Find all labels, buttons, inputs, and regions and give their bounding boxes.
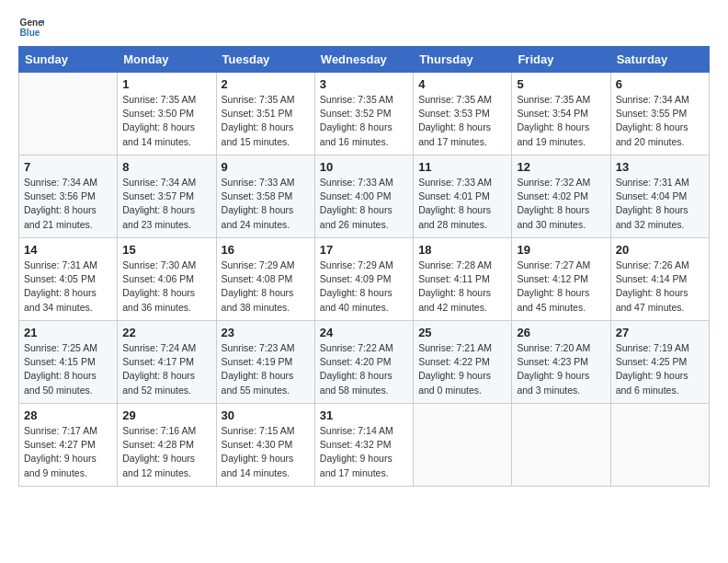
day-number: 26 bbox=[517, 326, 605, 339]
day-info: Sunrise: 7:28 AM Sunset: 4:11 PM Dayligh… bbox=[418, 259, 506, 315]
day-number: 10 bbox=[320, 160, 408, 174]
day-number: 9 bbox=[222, 160, 310, 174]
calendar-cell: 27Sunrise: 7:19 AM Sunset: 4:25 PM Dayli… bbox=[610, 321, 709, 404]
day-number: 7 bbox=[24, 160, 112, 174]
calendar-cell bbox=[610, 404, 709, 487]
day-info: Sunrise: 7:17 AM Sunset: 4:27 PM Dayligh… bbox=[24, 424, 112, 480]
day-number: 24 bbox=[320, 326, 408, 339]
day-number: 15 bbox=[122, 243, 210, 257]
header-friday: Friday bbox=[512, 47, 610, 73]
day-number: 20 bbox=[616, 243, 704, 257]
day-number: 16 bbox=[222, 243, 310, 257]
calendar-cell: 20Sunrise: 7:26 AM Sunset: 4:14 PM Dayli… bbox=[610, 238, 709, 321]
calendar-cell: 19Sunrise: 7:27 AM Sunset: 4:12 PM Dayli… bbox=[512, 238, 610, 321]
day-number: 22 bbox=[122, 326, 210, 339]
day-number: 23 bbox=[222, 326, 310, 339]
day-info: Sunrise: 7:31 AM Sunset: 4:04 PM Dayligh… bbox=[616, 176, 704, 232]
calendar-cell bbox=[414, 404, 512, 487]
calendar-cell: 10Sunrise: 7:33 AM Sunset: 4:00 PM Dayli… bbox=[314, 155, 413, 238]
day-info: Sunrise: 7:19 AM Sunset: 4:25 PM Dayligh… bbox=[616, 341, 704, 397]
logo-icon: General Blue bbox=[18, 15, 44, 40]
day-number: 8 bbox=[122, 160, 210, 174]
calendar-cell: 22Sunrise: 7:24 AM Sunset: 4:17 PM Dayli… bbox=[118, 321, 216, 404]
calendar-header-row: SundayMondayTuesdayWednesdayThursdayFrid… bbox=[19, 47, 710, 73]
day-number: 30 bbox=[222, 408, 310, 422]
day-number: 6 bbox=[616, 77, 704, 91]
calendar-cell: 6Sunrise: 7:34 AM Sunset: 3:55 PM Daylig… bbox=[610, 73, 709, 155]
calendar-table: SundayMondayTuesdayWednesdayThursdayFrid… bbox=[18, 46, 710, 487]
day-info: Sunrise: 7:33 AM Sunset: 4:00 PM Dayligh… bbox=[320, 176, 408, 232]
day-info: Sunrise: 7:35 AM Sunset: 3:53 PM Dayligh… bbox=[418, 93, 506, 149]
calendar-cell: 13Sunrise: 7:31 AM Sunset: 4:04 PM Dayli… bbox=[610, 155, 709, 238]
day-number: 21 bbox=[24, 326, 112, 339]
day-number: 11 bbox=[418, 160, 506, 174]
day-info: Sunrise: 7:20 AM Sunset: 4:23 PM Dayligh… bbox=[517, 341, 605, 397]
calendar-cell: 3Sunrise: 7:35 AM Sunset: 3:52 PM Daylig… bbox=[314, 73, 413, 155]
calendar-cell bbox=[512, 404, 610, 487]
day-info: Sunrise: 7:33 AM Sunset: 3:58 PM Dayligh… bbox=[222, 176, 310, 232]
day-info: Sunrise: 7:35 AM Sunset: 3:50 PM Dayligh… bbox=[122, 93, 210, 149]
day-info: Sunrise: 7:34 AM Sunset: 3:55 PM Dayligh… bbox=[616, 93, 704, 149]
day-number: 14 bbox=[24, 243, 112, 257]
calendar-cell: 29Sunrise: 7:16 AM Sunset: 4:28 PM Dayli… bbox=[118, 404, 216, 487]
calendar-cell: 21Sunrise: 7:25 AM Sunset: 4:15 PM Dayli… bbox=[19, 321, 118, 404]
day-number: 31 bbox=[320, 408, 408, 422]
calendar-cell: 28Sunrise: 7:17 AM Sunset: 4:27 PM Dayli… bbox=[19, 404, 118, 487]
header-sunday: Sunday bbox=[19, 47, 118, 73]
logo: General Blue bbox=[18, 15, 48, 40]
day-number: 27 bbox=[616, 326, 704, 339]
calendar-cell: 2Sunrise: 7:35 AM Sunset: 3:51 PM Daylig… bbox=[216, 73, 314, 155]
header-tuesday: Tuesday bbox=[216, 47, 314, 73]
day-info: Sunrise: 7:14 AM Sunset: 4:32 PM Dayligh… bbox=[320, 424, 408, 480]
calendar-cell: 24Sunrise: 7:22 AM Sunset: 4:20 PM Dayli… bbox=[314, 321, 413, 404]
day-number: 2 bbox=[222, 77, 310, 91]
day-info: Sunrise: 7:34 AM Sunset: 3:56 PM Dayligh… bbox=[24, 176, 112, 232]
calendar-cell: 18Sunrise: 7:28 AM Sunset: 4:11 PM Dayli… bbox=[414, 238, 512, 321]
day-info: Sunrise: 7:25 AM Sunset: 4:15 PM Dayligh… bbox=[24, 341, 112, 397]
calendar-cell bbox=[19, 73, 118, 155]
day-number: 28 bbox=[24, 408, 112, 422]
header-thursday: Thursday bbox=[414, 47, 512, 73]
calendar-cell: 31Sunrise: 7:14 AM Sunset: 4:32 PM Dayli… bbox=[314, 404, 413, 487]
calendar-cell: 8Sunrise: 7:34 AM Sunset: 3:57 PM Daylig… bbox=[118, 155, 216, 238]
day-info: Sunrise: 7:35 AM Sunset: 3:54 PM Dayligh… bbox=[517, 93, 605, 149]
day-number: 4 bbox=[418, 77, 506, 91]
page-header: General Blue bbox=[18, 15, 710, 40]
day-info: Sunrise: 7:35 AM Sunset: 3:52 PM Dayligh… bbox=[320, 93, 408, 149]
day-info: Sunrise: 7:32 AM Sunset: 4:02 PM Dayligh… bbox=[517, 176, 605, 232]
header-saturday: Saturday bbox=[610, 47, 709, 73]
day-info: Sunrise: 7:29 AM Sunset: 4:09 PM Dayligh… bbox=[320, 259, 408, 315]
calendar-cell: 9Sunrise: 7:33 AM Sunset: 3:58 PM Daylig… bbox=[216, 155, 314, 238]
day-info: Sunrise: 7:27 AM Sunset: 4:12 PM Dayligh… bbox=[517, 259, 605, 315]
day-info: Sunrise: 7:16 AM Sunset: 4:28 PM Dayligh… bbox=[122, 424, 210, 480]
calendar-cell: 4Sunrise: 7:35 AM Sunset: 3:53 PM Daylig… bbox=[414, 73, 512, 155]
day-number: 17 bbox=[320, 243, 408, 257]
day-info: Sunrise: 7:35 AM Sunset: 3:51 PM Dayligh… bbox=[222, 93, 310, 149]
calendar-cell: 11Sunrise: 7:33 AM Sunset: 4:01 PM Dayli… bbox=[414, 155, 512, 238]
day-info: Sunrise: 7:31 AM Sunset: 4:05 PM Dayligh… bbox=[24, 259, 112, 315]
day-info: Sunrise: 7:15 AM Sunset: 4:30 PM Dayligh… bbox=[222, 424, 310, 480]
calendar-cell: 14Sunrise: 7:31 AM Sunset: 4:05 PM Dayli… bbox=[19, 238, 118, 321]
week-row-4: 21Sunrise: 7:25 AM Sunset: 4:15 PM Dayli… bbox=[19, 321, 710, 404]
week-row-5: 28Sunrise: 7:17 AM Sunset: 4:27 PM Dayli… bbox=[19, 404, 710, 487]
day-info: Sunrise: 7:21 AM Sunset: 4:22 PM Dayligh… bbox=[418, 341, 506, 397]
day-info: Sunrise: 7:29 AM Sunset: 4:08 PM Dayligh… bbox=[222, 259, 310, 315]
calendar-cell: 25Sunrise: 7:21 AM Sunset: 4:22 PM Dayli… bbox=[414, 321, 512, 404]
header-monday: Monday bbox=[118, 47, 216, 73]
day-number: 13 bbox=[616, 160, 704, 174]
day-info: Sunrise: 7:30 AM Sunset: 4:06 PM Dayligh… bbox=[122, 259, 210, 315]
day-number: 29 bbox=[122, 408, 210, 422]
calendar-cell: 12Sunrise: 7:32 AM Sunset: 4:02 PM Dayli… bbox=[512, 155, 610, 238]
calendar-cell: 7Sunrise: 7:34 AM Sunset: 3:56 PM Daylig… bbox=[19, 155, 118, 238]
day-number: 5 bbox=[517, 77, 605, 91]
day-info: Sunrise: 7:24 AM Sunset: 4:17 PM Dayligh… bbox=[122, 341, 210, 397]
header-wednesday: Wednesday bbox=[314, 47, 413, 73]
calendar-cell: 15Sunrise: 7:30 AM Sunset: 4:06 PM Dayli… bbox=[118, 238, 216, 321]
day-info: Sunrise: 7:26 AM Sunset: 4:14 PM Dayligh… bbox=[616, 259, 704, 315]
day-number: 12 bbox=[517, 160, 605, 174]
calendar-cell: 17Sunrise: 7:29 AM Sunset: 4:09 PM Dayli… bbox=[314, 238, 413, 321]
week-row-3: 14Sunrise: 7:31 AM Sunset: 4:05 PM Dayli… bbox=[19, 238, 710, 321]
calendar-cell: 5Sunrise: 7:35 AM Sunset: 3:54 PM Daylig… bbox=[512, 73, 610, 155]
calendar-cell: 23Sunrise: 7:23 AM Sunset: 4:19 PM Dayli… bbox=[216, 321, 314, 404]
day-number: 25 bbox=[418, 326, 506, 339]
